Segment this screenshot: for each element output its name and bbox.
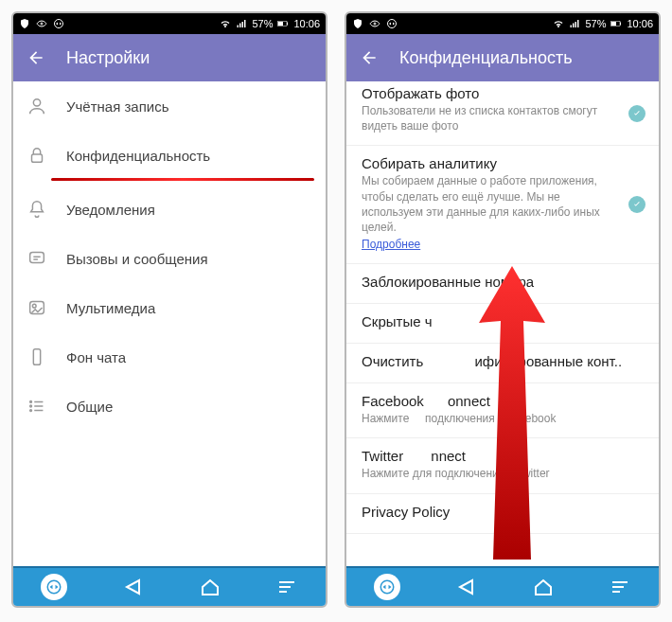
svg-rect-4 [287, 23, 288, 26]
nav-teamviewer[interactable] [41, 574, 67, 600]
priv-title: Отображать фото [362, 85, 644, 101]
priv-row-blocked[interactable]: Заблокированные номера [346, 264, 659, 304]
shield-icon [19, 18, 30, 29]
svg-rect-7 [30, 253, 44, 263]
clock: 10:06 [293, 18, 320, 29]
phone-left: 57% 10:06 Настройки Учётная запись Конфи… [11, 11, 327, 608]
priv-title: Заблокированные номера [362, 274, 644, 290]
battery-icon [277, 18, 289, 29]
phone-right: 57% 10:06 Конфиденциальность Отображать … [345, 11, 661, 608]
priv-more-link[interactable]: Подробнее [362, 238, 420, 251]
media-icon [27, 297, 47, 318]
navbar [346, 566, 659, 606]
statusbar: 57% 10:06 [346, 13, 659, 34]
priv-row-clear[interactable]: Очистить ифицированные конт.. [346, 344, 659, 383]
navbar [13, 566, 326, 606]
page-title: Конфиденциальность [399, 48, 573, 68]
svg-rect-3 [278, 22, 284, 26]
wifi-icon [553, 18, 564, 29]
signal-icon [236, 18, 247, 29]
nav-home-icon[interactable] [199, 576, 221, 598]
lock-icon [27, 145, 47, 166]
settings-row-calls[interactable]: Вызовы и сообщения [13, 234, 326, 283]
priv-subtitle: Нажмите подключения к Facebook [362, 411, 644, 426]
chat-icon [27, 248, 47, 269]
svg-point-21 [380, 580, 394, 594]
statusbar: 57% 10:06 [13, 13, 326, 34]
toggle-on-icon[interactable] [628, 196, 645, 213]
priv-title: Собирать аналитику [362, 155, 644, 171]
priv-row-show-photo[interactable]: Отображать фото Пользователи не из списк… [346, 81, 659, 146]
eye-icon [36, 18, 47, 29]
shield-icon [352, 18, 363, 29]
settings-row-media[interactable]: Мультимедиа [13, 283, 326, 332]
list-icon [27, 396, 47, 417]
settings-label: Учётная запись [66, 98, 169, 115]
priv-title: Privacy Policy [362, 504, 644, 520]
nav-home-icon[interactable] [532, 576, 555, 598]
bell-icon [27, 199, 47, 220]
nav-back-icon[interactable] [121, 576, 144, 598]
privacy-list: Отображать фото Пользователи не из списк… [346, 81, 659, 566]
priv-title: Очистить ифицированные конт.. [362, 353, 644, 369]
priv-subtitle: Нажмите для подключения к Twitter [362, 466, 644, 481]
signal-icon [569, 18, 580, 29]
svg-point-11 [30, 401, 32, 403]
red-underline [51, 178, 314, 181]
svg-point-15 [374, 23, 376, 25]
svg-point-14 [47, 580, 61, 594]
nav-teamviewer[interactable] [374, 574, 400, 600]
priv-row-policy[interactable]: Privacy Policy [346, 494, 659, 534]
svg-point-12 [30, 405, 32, 407]
clock: 10:06 [627, 18, 653, 29]
settings-row-notifications[interactable]: Уведомления [13, 185, 326, 234]
settings-label: Мультимедиа [66, 300, 155, 316]
settings-row-privacy[interactable]: Конфиденциальность [13, 131, 326, 180]
phone-bg-icon [27, 347, 47, 367]
svg-rect-6 [32, 154, 43, 162]
settings-label: Фон чата [66, 349, 126, 365]
battery-percent: 57% [585, 18, 606, 29]
settings-label: Вызовы и сообщения [66, 251, 208, 267]
settings-row-account[interactable]: Учётная запись [13, 81, 326, 131]
priv-title: Скрытые ч [362, 313, 644, 329]
wifi-icon [220, 18, 231, 29]
priv-row-facebook[interactable]: Facebook onnect Нажмите подключения к Fa… [346, 383, 659, 438]
user-icon [27, 96, 47, 116]
app-header: Конфиденциальность [346, 34, 659, 81]
priv-title: Twitter nnect [362, 448, 644, 464]
priv-subtitle: Мы собираем данные о работе приложения, … [362, 173, 644, 235]
teamviewer-icon [45, 578, 62, 595]
svg-rect-10 [33, 349, 40, 365]
priv-title: Facebook onnect [362, 393, 644, 409]
svg-point-16 [388, 20, 397, 28]
app-header: Настройки [13, 34, 326, 81]
settings-label: Уведомления [66, 202, 155, 218]
eye-icon [369, 18, 380, 29]
svg-point-9 [32, 304, 36, 308]
toggle-on-icon[interactable] [628, 105, 645, 122]
settings-list: Учётная запись Конфиденциальность Уведом… [13, 81, 326, 566]
svg-point-0 [41, 23, 43, 25]
settings-label: Конфиденциальность [66, 148, 210, 164]
priv-row-hidden[interactable]: Скрытые ч [346, 304, 659, 344]
svg-point-1 [55, 20, 63, 28]
nav-recent-icon[interactable] [275, 576, 298, 598]
nav-recent-icon[interactable] [609, 576, 631, 598]
settings-row-background[interactable]: Фон чата [13, 332, 326, 382]
priv-row-twitter[interactable]: Twitter nnect Нажмите для подключения к … [346, 438, 659, 493]
back-icon[interactable] [360, 48, 379, 67]
back-icon[interactable] [27, 48, 45, 67]
nav-back-icon[interactable] [454, 576, 477, 598]
battery-icon [610, 18, 622, 29]
teamviewer-small-icon [53, 18, 64, 29]
battery-percent: 57% [252, 18, 273, 29]
teamviewer-small-icon [386, 18, 398, 29]
svg-rect-19 [620, 23, 621, 26]
svg-point-5 [33, 99, 40, 106]
priv-subtitle: Пользователи не из списка контактов смог… [362, 103, 644, 133]
page-title: Настройки [66, 48, 150, 68]
settings-row-general[interactable]: Общие [13, 382, 326, 431]
priv-row-analytics[interactable]: Собирать аналитику Мы собираем данные о … [346, 146, 659, 264]
settings-label: Общие [66, 399, 113, 415]
